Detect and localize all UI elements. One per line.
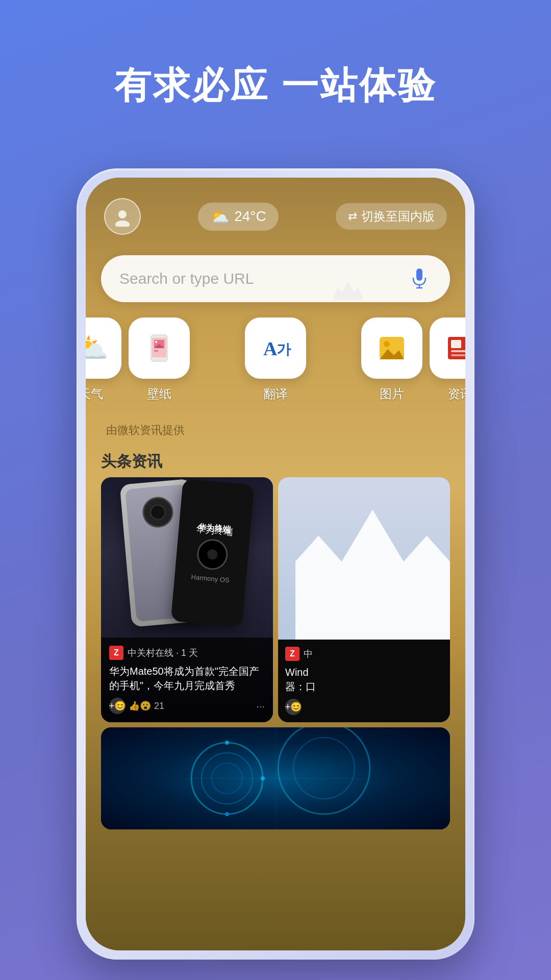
svg-rect-22 — [451, 350, 465, 352]
svg-point-33 — [225, 812, 229, 816]
weather-app-icon: ⛅ — [86, 317, 121, 379]
shortcut-news[interactable]: 资讯 — [424, 317, 465, 402]
svg-point-0 — [118, 210, 127, 218]
news-label: 资讯 — [448, 386, 465, 402]
card-title-2: Wind器：口 — [285, 665, 443, 694]
svg-point-1 — [115, 220, 130, 227]
ms-attribution: 由微软资讯提供 — [86, 414, 465, 441]
svg-rect-21 — [451, 340, 461, 348]
news-grid: 华为终端 Harmony OS Z — [86, 477, 465, 722]
source-name-1: 中关村在线 · 1 天 — [128, 647, 198, 659]
phone-frame: ⛅ 24°C ⇄ 切换至国内版 Search or type URL — [77, 168, 474, 960]
reaction-add-icon-2[interactable]: +😊 — [285, 699, 302, 715]
translate-label: 翻译 — [263, 386, 288, 402]
news-section-title: 头条资讯 — [86, 441, 465, 477]
shortcut-wallpaper[interactable]: 壁纸 — [123, 317, 195, 402]
top-bar: ⛅ 24°C ⇄ 切换至国内版 — [86, 178, 465, 245]
temperature: 24°C — [234, 208, 266, 225]
reaction-count-1: 21 — [154, 701, 164, 712]
photos-icon — [361, 317, 422, 379]
mic-icon[interactable] — [407, 266, 432, 291]
shortcut-translate[interactable]: A 가 翻译 — [240, 317, 311, 402]
photos-label: 图片 — [380, 386, 404, 402]
svg-rect-23 — [451, 354, 465, 356]
news-card-2[interactable]: Z 中 Wind器：口 +😊 — [278, 477, 450, 722]
news-card-bottom[interactable] — [101, 727, 450, 829]
wallpaper-label: 壁纸 — [147, 386, 171, 402]
reaction-add-icon-1[interactable]: +😊 — [109, 698, 126, 714]
source-logo-2: Z — [285, 647, 299, 661]
news-app-icon — [430, 317, 465, 379]
svg-rect-11 — [154, 350, 158, 352]
svg-point-17 — [384, 341, 390, 347]
news-card-1[interactable]: 华为终端 Harmony OS Z — [101, 477, 273, 722]
user-avatar[interactable] — [104, 198, 141, 235]
source-logo-1: Z — [109, 646, 123, 660]
card-title-1: 华为Mate50将成为首款"完全国产的手机"，今年九月完成首秀 — [109, 664, 265, 693]
phone-screen: ⛅ 24°C ⇄ 切换至国内版 Search or type URL — [86, 178, 465, 950]
translate-icon: A 가 — [245, 317, 306, 379]
svg-point-32 — [261, 776, 265, 780]
more-options-icon-1[interactable]: ··· — [256, 700, 265, 712]
svg-text:가: 가 — [277, 341, 291, 357]
search-bar[interactable]: Search or type URL — [101, 255, 450, 302]
svg-text:A: A — [263, 338, 278, 359]
search-placeholder-text: Search or type URL — [119, 270, 254, 287]
switch-icon: ⇄ — [348, 210, 357, 223]
shortcut-photos[interactable]: 图片 — [356, 317, 428, 402]
headline: 有求必应 一站体验 — [0, 0, 551, 141]
weather-badge: ⛅ 24°C — [198, 203, 279, 231]
svg-point-27 — [278, 727, 370, 814]
svg-point-31 — [225, 741, 229, 745]
shortcut-weather[interactable]: ⛅ 天气 — [86, 317, 127, 402]
wallpaper-icon — [129, 317, 190, 379]
svg-point-9 — [155, 341, 157, 343]
source-name-2: 中 — [304, 648, 313, 660]
switch-region-button[interactable]: ⇄ 切换至国内版 — [336, 203, 447, 230]
phone-wrapper: ⛅ 24°C ⇄ 切换至国内版 Search or type URL — [77, 168, 474, 960]
svg-rect-2 — [416, 268, 422, 281]
reaction-emojis-1: 👍😮 — [129, 700, 151, 712]
svg-point-28 — [293, 738, 355, 799]
switch-label: 切换至国内版 — [361, 208, 435, 225]
weather-label: 天气 — [86, 386, 103, 402]
weather-icon: ⛅ — [210, 208, 229, 226]
